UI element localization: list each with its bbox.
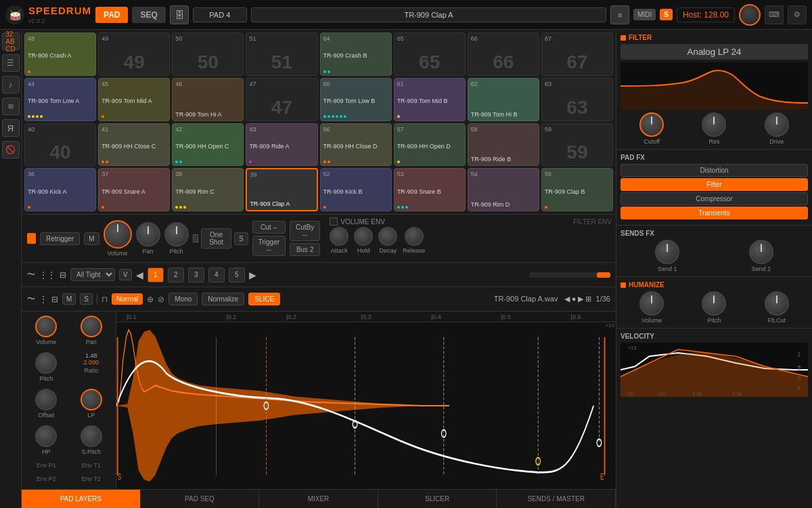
pad-name[interactable]: PAD 4 — [193, 7, 247, 22]
wp-offset-knob[interactable] — [35, 389, 57, 410]
s-badge[interactable]: S — [660, 9, 673, 20]
wave-btn-1[interactable]: 〜 — [27, 293, 35, 305]
transients-btn[interactable]: Transients — [621, 207, 808, 219]
m-button[interactable]: M — [84, 232, 99, 245]
pad-45[interactable]: 45 TR-909 Tom Mid A — [98, 78, 170, 121]
pad-49[interactable]: 49 49 — [98, 33, 170, 76]
wave-tool-icon[interactable]: ⊕ — [147, 295, 154, 304]
pad-44[interactable]: 44 TR-909 Tom Low A — [24, 78, 96, 121]
seq-page-2[interactable]: 2 — [168, 268, 184, 282]
pad-64[interactable]: 64 TR-909 Crash B — [320, 33, 392, 76]
sidebar-btn-4[interactable]: Я — [2, 119, 20, 137]
filter-fx-btn[interactable]: Filter — [621, 178, 808, 191]
sidebar-btn-3[interactable]: ≋ — [2, 98, 20, 115]
pad-41[interactable]: 41 TR-909 HH Close C — [98, 123, 170, 167]
dots-icon[interactable]: ⋮⋮ — [39, 270, 55, 280]
pad-56[interactable]: 56 TR-909 HH Close D — [320, 123, 392, 167]
pad-52[interactable]: 52 TR-909 Kick B — [320, 168, 392, 211]
bus-button[interactable]: Bus 2 — [290, 243, 320, 256]
sliders-icon[interactable]: ⊟ — [60, 270, 66, 280]
pad-47[interactable]: 47 47 — [246, 78, 317, 121]
compressor-btn[interactable]: Compressor — [621, 192, 808, 205]
seq-page-3[interactable]: 3 — [188, 268, 204, 282]
pad-65[interactable]: 65 65 — [394, 33, 466, 76]
pad-39-selected[interactable]: 39 TR-909 Clap A — [246, 168, 317, 211]
send2-knob[interactable] — [749, 240, 773, 264]
pad-53[interactable]: 53 TR-909 Snare B — [394, 168, 466, 211]
kit-icon[interactable]: 🗄 — [170, 5, 189, 24]
wp-pan-knob[interactable] — [81, 316, 102, 337]
tab-sends-master[interactable]: SENDS / MASTER — [497, 490, 616, 508]
settings-icon[interactable]: ⚙ — [788, 5, 807, 24]
seq-page-4[interactable]: 4 — [208, 268, 225, 282]
sidebar-btn-5[interactable]: 🚫 — [2, 141, 20, 158]
pan-knob[interactable] — [136, 222, 160, 247]
color-indicator[interactable] — [27, 233, 36, 244]
release-knob[interactable] — [405, 227, 424, 246]
pad-42[interactable]: 42 TR-909 HH Open C — [172, 123, 244, 167]
pad-48[interactable]: 48 TR-909 Crash A — [24, 33, 96, 76]
pad-43[interactable]: 43 TR-909 Ride A — [246, 123, 317, 167]
mono-btn[interactable]: Mono — [168, 293, 198, 305]
hum-pitch-knob[interactable] — [702, 291, 726, 316]
cutoff-knob[interactable] — [639, 112, 664, 137]
pad-50[interactable]: 50 50 — [172, 33, 244, 76]
vol-env-checkbox[interactable] — [330, 217, 338, 226]
sidebar-btn-2[interactable]: ♪ — [2, 76, 20, 93]
pad-57[interactable]: 57 TR-909 HH Open D — [394, 123, 466, 167]
menu-icon[interactable]: ≡ — [610, 5, 629, 24]
pad-58[interactable]: 58 TR-909 Ride B — [468, 123, 539, 167]
pad-60[interactable]: 60 TR-909 Tom Low B — [320, 78, 392, 121]
trigger-button[interactable]: Trigger -- — [252, 236, 286, 256]
retrigger-button[interactable]: Retrigger — [40, 232, 80, 245]
tab-pad-seq[interactable]: PAD SEQ — [141, 490, 260, 508]
volume-knob[interactable] — [104, 220, 132, 249]
wave-btn-2[interactable]: ⋮ — [39, 295, 47, 304]
drive-knob[interactable] — [765, 112, 789, 137]
seq-page-1[interactable]: 1 — [148, 268, 164, 282]
seq-mode-button[interactable]: SEQ — [132, 7, 165, 23]
pattern-select[interactable]: All Tight — [70, 268, 115, 281]
pad-46[interactable]: 46 TR-909 Tom Hi A — [172, 78, 244, 121]
pad-38[interactable]: 38 TR-909 Rim C — [172, 168, 244, 211]
wp-pitch-knob[interactable] — [35, 352, 57, 374]
tab-mixer[interactable]: MIXER — [259, 490, 378, 508]
wp-spitch-knob[interactable] — [81, 425, 102, 447]
oneshot-checkbox[interactable] — [193, 234, 198, 242]
pad-37[interactable]: 37 TR-909 Snare A — [98, 168, 170, 211]
tab-pad-layers[interactable]: PAD LAYERS — [22, 490, 141, 508]
seq-page-5[interactable]: 5 — [229, 268, 245, 282]
sidebar-btn-1[interactable]: ☰ — [2, 54, 20, 72]
seq-next[interactable]: ▶ — [249, 270, 256, 280]
tempo-knob[interactable] — [739, 4, 761, 26]
pad-51[interactable]: 51 51 — [246, 33, 317, 76]
seq-scrollbar[interactable] — [529, 272, 610, 278]
cut-button[interactable]: Cut -- — [252, 221, 286, 234]
hum-volume-knob[interactable] — [639, 291, 664, 316]
wave-cut-icon[interactable]: ⊘ — [158, 295, 164, 304]
sidebar-btn-pads[interactable]: 32ABCD — [2, 33, 20, 50]
normalize-btn[interactable]: Normalize — [202, 293, 244, 305]
wp-lp-knob[interactable] — [81, 389, 102, 410]
pad-61[interactable]: 61 TR-909 Tom Mid B — [394, 78, 466, 121]
pad-63[interactable]: 63 63 — [541, 78, 613, 121]
s-wave-btn[interactable]: S — [80, 293, 93, 305]
tab-slicer[interactable]: SLICER — [378, 490, 497, 508]
v-button[interactable]: V — [119, 269, 132, 280]
normal-mode-btn[interactable]: Normal — [112, 293, 143, 305]
m-wave-btn[interactable]: M — [62, 293, 76, 305]
keyboard-icon[interactable]: ⌨ — [765, 5, 784, 24]
wp-hp-knob[interactable] — [35, 425, 57, 447]
filter-type-btn[interactable]: Analog LP 24 — [621, 44, 808, 60]
pitch-knob[interactable] — [164, 222, 189, 247]
hum-fltcut-knob[interactable] — [765, 291, 789, 316]
wave-nav-btn[interactable]: ● — [572, 295, 577, 303]
pad-67[interactable]: 67 67 — [541, 33, 613, 76]
wave-canvas[interactable]: |0.1 |0.1 |0.2 |0.3 |0.4 |0.5 |0.6 +13 — [116, 312, 616, 489]
cutby-button[interactable]: CutBy -- — [290, 221, 320, 241]
pad-55[interactable]: 55 TR-909 Clap B — [541, 168, 613, 211]
pad-59[interactable]: 59 59 — [541, 123, 613, 167]
wave-btn-3[interactable]: ⊟ — [51, 295, 58, 304]
slice-btn[interactable]: SLICE — [248, 293, 280, 305]
attack-knob[interactable] — [330, 227, 348, 246]
